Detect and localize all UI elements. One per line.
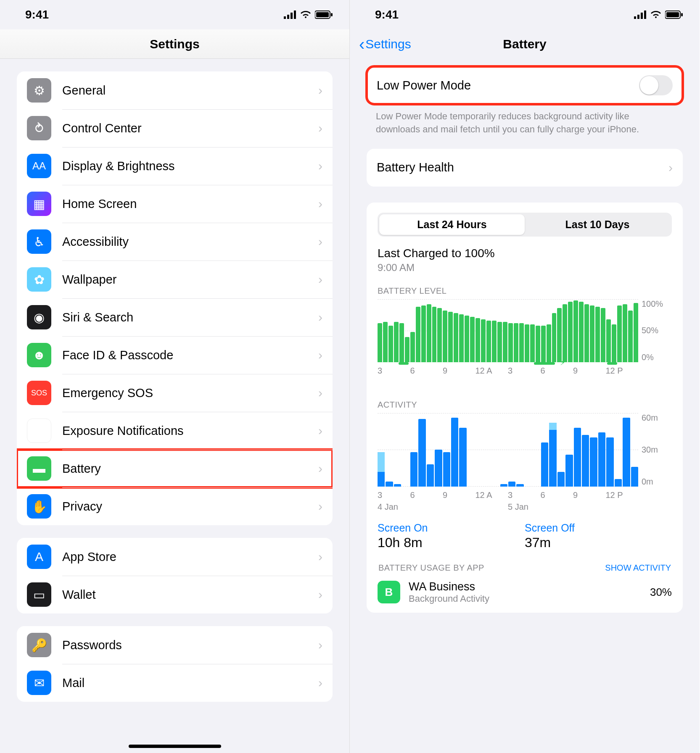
back-button[interactable]: ‹ Settings	[359, 36, 411, 53]
segment-10d[interactable]: Last 10 Days	[525, 214, 670, 235]
settings-group: 🔑Passwords›✉Mail›	[17, 626, 333, 702]
settings-row-label: Passwords	[62, 638, 318, 652]
display-icon: AA	[27, 154, 51, 178]
low-power-mode-toggle[interactable]	[639, 75, 673, 95]
battery-level-bar	[405, 337, 409, 362]
battery-health-row[interactable]: Battery Health ›	[367, 149, 683, 187]
settings-row-appstore[interactable]: AApp Store›	[17, 538, 333, 576]
show-activity-button[interactable]: SHOW ACTIVITY	[605, 563, 671, 573]
settings-row-exposure[interactable]: ✺Exposure Notifications›	[17, 412, 333, 450]
battery-level-bar	[497, 322, 502, 362]
activity-bar	[516, 484, 523, 487]
settings-content[interactable]: ⚙︎General›⥁Control Center›AADisplay & Br…	[0, 59, 349, 753]
chevron-right-icon: ›	[318, 121, 322, 135]
settings-row-faceid[interactable]: ☻Face ID & Passcode›	[17, 336, 333, 374]
chevron-right-icon: ›	[318, 386, 322, 400]
passwords-icon: 🔑	[27, 633, 51, 657]
battery-level-bar	[530, 324, 535, 362]
status-bar: 9:41	[350, 0, 700, 29]
activity-bar	[435, 450, 442, 487]
settings-row-label: Control Center	[62, 121, 318, 135]
y-tick: 60m	[642, 413, 658, 423]
control-center-icon: ⥁	[27, 116, 51, 140]
screen-off-label: Screen Off	[525, 522, 672, 534]
battery-level-bar	[617, 305, 622, 362]
settings-row-wallet[interactable]: ▭Wallet›	[17, 576, 333, 613]
apps-usage-label: BATTERY USAGE BY APP	[378, 563, 484, 573]
battery-level-bar	[552, 313, 557, 362]
chevron-right-icon: ›	[318, 159, 322, 173]
settings-row-privacy[interactable]: ✋Privacy›	[17, 487, 333, 525]
charging-marker	[534, 362, 555, 365]
settings-row-sos[interactable]: SOSEmergency SOS›	[17, 374, 333, 412]
siri-icon: ◉	[27, 305, 51, 329]
settings-row-home-screen[interactable]: ▦Home Screen›	[17, 185, 333, 223]
chevron-right-icon: ›	[318, 424, 322, 438]
battery-level-bar	[427, 304, 431, 362]
y-tick: 0m	[642, 477, 653, 487]
x-tick: 9	[573, 490, 606, 500]
status-indicators	[284, 11, 333, 19]
settings-row-passwords[interactable]: 🔑Passwords›	[17, 626, 333, 664]
screen-off-summary[interactable]: Screen Off 37m	[525, 522, 672, 550]
settings-row-control-center[interactable]: ⥁Control Center›	[17, 109, 333, 147]
settings-row-label: Accessibility	[62, 235, 318, 249]
svg-rect-7	[634, 16, 636, 19]
activity-bar	[451, 418, 458, 486]
svg-rect-8	[637, 15, 639, 19]
battery-level-bar	[573, 300, 578, 362]
battery-level-bar	[508, 323, 513, 362]
svg-rect-10	[644, 11, 646, 19]
settings-row-wallpaper[interactable]: ✿Wallpaper›	[17, 261, 333, 298]
activity-chart: 60m30m0m 36912 A36912 P 4 Jan5 Jan	[378, 413, 672, 512]
battery-screen: 9:41 ‹ Settings Battery Low Power Mode L…	[350, 0, 700, 753]
screen-on-summary[interactable]: Screen On 10h 8m	[378, 522, 525, 550]
activity-bar	[394, 484, 401, 487]
y-tick: 100%	[642, 299, 663, 309]
status-time: 9:41	[25, 8, 49, 21]
settings-row-label: Face ID & Passcode	[62, 348, 318, 362]
low-power-mode-label: Low Power Mode	[377, 79, 639, 92]
low-power-mode-row[interactable]: Low Power Mode	[367, 66, 683, 104]
home-indicator[interactable]	[129, 745, 221, 748]
screen-on-value: 10h 8m	[378, 535, 525, 550]
time-range-segment[interactable]: Last 24 Hours Last 10 Days	[378, 213, 672, 237]
settings-row-mail[interactable]: ✉Mail›	[17, 664, 333, 702]
settings-row-siri[interactable]: ◉Siri & Search›	[17, 298, 333, 336]
settings-header: Settings	[0, 29, 349, 59]
chevron-right-icon: ›	[318, 676, 322, 690]
accessibility-icon: ♿︎	[27, 229, 51, 254]
settings-row-general[interactable]: ⚙︎General›	[17, 71, 333, 109]
app-name: WA Business	[409, 580, 489, 593]
battery-level-bar	[536, 326, 540, 362]
battery-level-bar	[519, 323, 524, 362]
last-charged-title: Last Charged to 100%	[378, 247, 672, 260]
battery-level-bar	[454, 313, 458, 362]
status-bar: 9:41	[0, 0, 349, 29]
app-usage-row[interactable]: B WA Business Background Activity 30%	[378, 580, 672, 604]
screen-off-value: 37m	[525, 535, 672, 550]
settings-row-accessibility[interactable]: ♿︎Accessibility›	[17, 223, 333, 261]
x-tick: 12 A	[475, 490, 508, 500]
battery-level-bar	[525, 324, 529, 362]
settings-group: AApp Store›▭Wallet›	[17, 538, 333, 613]
apps-usage-header: BATTERY USAGE BY APP SHOW ACTIVITY	[378, 563, 671, 573]
svg-rect-9	[641, 13, 643, 19]
segment-24h[interactable]: Last 24 Hours	[379, 214, 525, 235]
battery-level-bar	[486, 321, 491, 362]
back-label: Settings	[365, 37, 411, 51]
battery-content[interactable]: Low Power Mode Low Power Mode temporaril…	[350, 59, 700, 753]
sos-icon: SOS	[27, 381, 51, 405]
chevron-right-icon: ›	[318, 234, 322, 249]
y-tick: 50%	[642, 326, 658, 335]
activity-chart-label: ACTIVITY	[378, 400, 672, 410]
chevron-right-icon: ›	[318, 272, 322, 287]
settings-group: ⚙︎General›⥁Control Center›AADisplay & Br…	[17, 71, 333, 525]
battery-level-bar	[448, 312, 453, 362]
battery-level-bar	[394, 322, 399, 362]
settings-row-battery[interactable]: ▬Battery›	[17, 450, 333, 487]
settings-row-label: Wallet	[62, 588, 318, 602]
settings-row-display[interactable]: AADisplay & Brightness›	[17, 147, 333, 185]
appstore-icon: A	[27, 545, 51, 569]
x-tick: 9	[573, 366, 606, 376]
